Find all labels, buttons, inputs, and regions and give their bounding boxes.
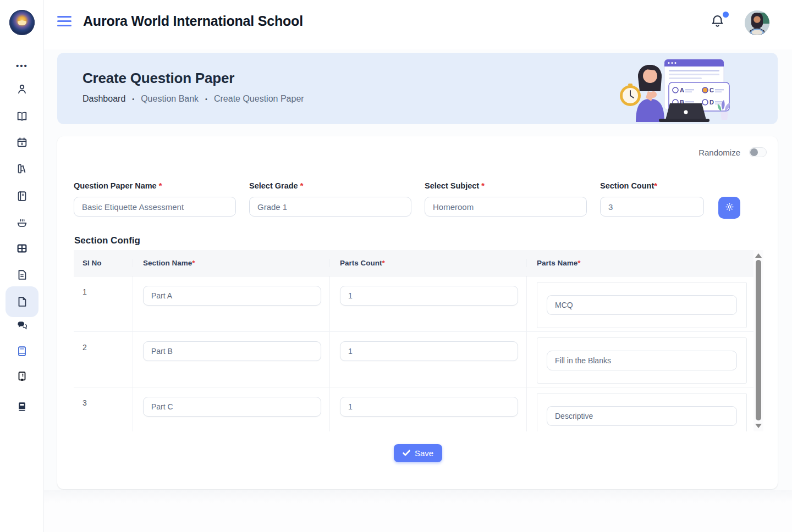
sidebar-item-students[interactable] — [6, 77, 38, 101]
row-sl-no: 3 — [74, 387, 133, 431]
sidebar-item-journal[interactable] — [6, 184, 38, 208]
row-parts-name-cell — [526, 387, 754, 431]
sidebar-item-reports[interactable] — [6, 263, 38, 287]
table-scroll-area: Sl No Section Name* Parts Count* Parts N… — [74, 250, 754, 431]
library-icon — [16, 163, 28, 175]
randomize-toggle[interactable] — [749, 147, 767, 157]
column-header-section-name: Section Name* — [133, 259, 329, 267]
calendar-icon — [16, 136, 28, 148]
section-count-field-group: Section Count* — [600, 181, 704, 217]
parts-name-input[interactable] — [547, 295, 737, 315]
page-banner: Create Question Paper Dashboard • Questi… — [57, 53, 778, 124]
check-icon — [403, 448, 410, 458]
section-config-table: Sl No Section Name* Parts Count* Parts N… — [74, 250, 763, 431]
sidebar-item-messages[interactable] — [6, 314, 38, 338]
chat-icon — [16, 320, 28, 332]
menu-toggle-button[interactable] — [57, 14, 73, 27]
sidebar-item-library[interactable] — [6, 157, 38, 181]
row-parts-name-cell — [526, 332, 754, 387]
parts-name-input[interactable] — [547, 406, 737, 426]
cabinet-icon — [16, 370, 28, 383]
sidebar-item-academics[interactable] — [6, 104, 38, 129]
column-header-sl-no: Sl No — [74, 259, 133, 267]
select-grade-label: Select Grade * — [249, 181, 411, 190]
more-icon: ••• — [16, 61, 28, 70]
sidebar-item-question-paper[interactable] — [6, 286, 38, 317]
page-title: Create Question Paper — [82, 70, 234, 87]
required-marker: * — [300, 181, 304, 190]
select-grade-input[interactable] — [249, 197, 411, 217]
book-filled-icon — [16, 401, 28, 413]
question-paper-name-field-group: Question Paper Name * — [74, 181, 236, 217]
row-sl-no: 2 — [74, 332, 133, 387]
sidebar-item-calendar[interactable] — [6, 130, 38, 154]
required-marker: * — [159, 181, 162, 190]
parts-count-input[interactable] — [340, 286, 518, 306]
table-scrollbar[interactable] — [754, 250, 763, 431]
row-parts-count-cell — [329, 276, 526, 331]
sidebar-item-timetable[interactable] — [6, 236, 38, 261]
sidebar-item-cafeteria[interactable] — [6, 210, 38, 235]
row-section-name-cell — [133, 332, 329, 387]
randomize-label: Randomize — [698, 148, 740, 157]
breadcrumb-question-bank[interactable]: Question Bank — [141, 94, 199, 104]
save-button[interactable]: Save — [394, 444, 442, 462]
row-section-name-cell — [133, 276, 329, 331]
row-parts-count-cell — [329, 332, 526, 387]
parts-count-input[interactable] — [340, 397, 518, 417]
school-logo — [9, 10, 35, 35]
parts-count-input[interactable] — [340, 341, 518, 361]
cafeteria-icon — [16, 217, 28, 229]
row-parts-count-cell — [329, 387, 526, 431]
user-avatar[interactable] — [745, 10, 769, 35]
page-background — [44, 490, 792, 532]
open-book-icon — [16, 110, 28, 123]
section-count-input[interactable] — [600, 197, 704, 217]
parts-name-card — [537, 282, 747, 328]
gear-icon — [725, 202, 734, 213]
breadcrumb-dashboard[interactable]: Dashboard — [82, 94, 125, 104]
file-icon — [16, 296, 28, 308]
svg-text:C: C — [710, 87, 714, 93]
required-marker: * — [578, 259, 580, 267]
section-name-input[interactable] — [143, 341, 321, 361]
section-name-input[interactable] — [143, 286, 321, 306]
section-name-input[interactable] — [143, 397, 321, 417]
section-config-heading: Section Config — [74, 235, 140, 246]
scrollbar-down-arrow[interactable] — [755, 424, 762, 428]
sidebar-item-lockers[interactable] — [6, 364, 38, 389]
question-paper-name-label: Question Paper Name * — [74, 181, 236, 190]
column-header-parts-count: Parts Count* — [329, 259, 526, 267]
svg-text:A: A — [680, 87, 684, 93]
sidebar-item-handbook[interactable] — [6, 395, 38, 419]
parts-name-input[interactable] — [547, 351, 737, 370]
row-sl-no: 1 — [74, 276, 133, 331]
breadcrumb-current: Create Question Paper — [214, 94, 304, 104]
bell-icon — [710, 21, 725, 30]
question-paper-form-card: Randomize Question Paper Name * Select G… — [57, 136, 778, 489]
notifications-button[interactable] — [710, 14, 727, 30]
section-count-label: Section Count* — [600, 181, 704, 190]
sidebar-item-courses[interactable] — [6, 339, 38, 363]
sidebar: ••• — [0, 0, 44, 532]
randomize-control: Randomize — [698, 147, 767, 157]
column-header-parts-name: Parts Name* — [526, 259, 754, 267]
hamburger-icon — [57, 16, 72, 18]
breadcrumb-separator: • — [132, 96, 134, 102]
select-subject-label: Select Subject * — [425, 181, 587, 190]
parts-name-card — [537, 393, 747, 431]
notification-badge — [723, 12, 729, 18]
select-subject-field-group: Select Subject * — [425, 181, 587, 217]
sidebar-item-more[interactable]: ••• — [6, 53, 38, 77]
breadcrumb-separator: • — [205, 96, 207, 102]
person-icon — [16, 83, 28, 95]
required-marker: * — [382, 259, 385, 267]
generate-sections-button[interactable] — [718, 197, 740, 219]
page: ••• — [0, 0, 792, 532]
table-icon — [16, 242, 28, 254]
question-paper-name-input[interactable] — [74, 197, 236, 217]
scrollbar-thumb[interactable] — [756, 260, 761, 420]
select-subject-input[interactable] — [425, 197, 587, 217]
required-marker: * — [654, 181, 657, 190]
scrollbar-up-arrow[interactable] — [755, 253, 762, 258]
